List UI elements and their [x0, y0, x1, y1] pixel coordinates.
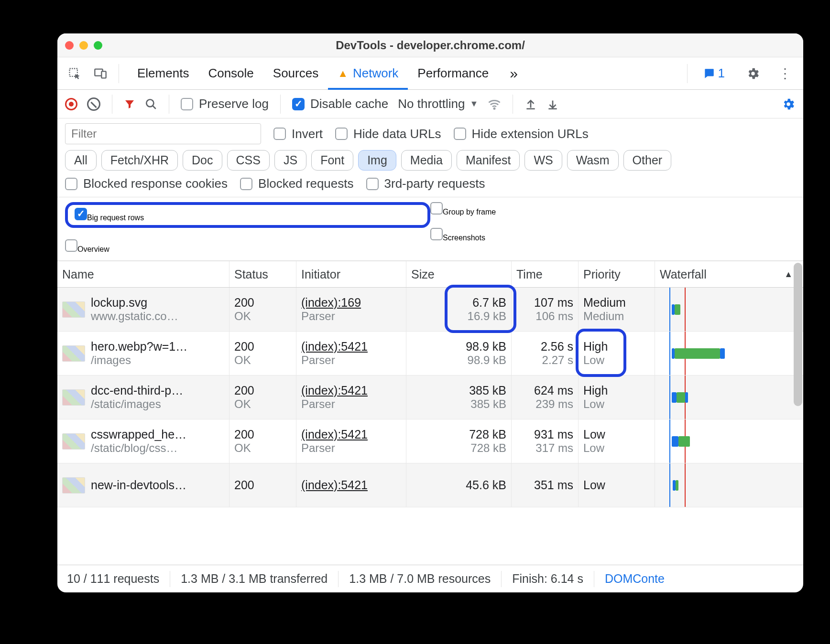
waterfall-bar — [685, 392, 688, 403]
col-time[interactable]: Time — [512, 261, 579, 287]
col-waterfall[interactable]: Waterfall▲ — [655, 261, 803, 287]
tab-label: Performance — [417, 66, 489, 81]
row-initiator[interactable]: (index):5421 — [301, 428, 401, 441]
disable-cache-checkbox[interactable]: Disable cache — [292, 97, 388, 111]
type-pill-img[interactable]: Img — [358, 150, 396, 171]
waterfall-load-line — [685, 463, 686, 507]
more-tabs-icon[interactable]: » — [505, 65, 523, 82]
type-pill-doc[interactable]: Doc — [183, 150, 222, 171]
hide-ext-urls-checkbox[interactable]: Hide extension URLs — [454, 127, 589, 141]
col-status[interactable]: Status — [229, 261, 296, 287]
search-icon[interactable] — [145, 98, 157, 110]
scrollbar-thumb[interactable] — [794, 263, 802, 406]
tab-label: Sources — [273, 66, 318, 81]
hide-data-urls-checkbox[interactable]: Hide data URLs — [335, 127, 441, 141]
device-toolbar-icon[interactable] — [91, 64, 110, 83]
waterfall-dcl-line — [669, 376, 670, 419]
filter-toggle-icon[interactable] — [124, 98, 135, 110]
type-pill-manifest[interactable]: Manifest — [457, 150, 520, 171]
row-initiator[interactable]: (index):5421 — [301, 478, 401, 492]
resource-thumbnail — [62, 301, 85, 318]
table-header: Name Status Initiator Size Time Priority… — [57, 261, 803, 288]
throttling-select[interactable]: No throttling ▼ — [398, 97, 478, 111]
row-priority: Low — [583, 478, 650, 492]
tab-label: Network — [353, 66, 398, 81]
kebab-menu-icon[interactable]: ⋮ — [775, 65, 796, 81]
type-pill-ws[interactable]: WS — [524, 150, 562, 171]
col-priority[interactable]: Priority — [579, 261, 655, 287]
table-row[interactable]: lockup.svgwww.gstatic.co…200OK(index):16… — [57, 288, 803, 332]
type-pill-fetchxhr[interactable]: Fetch/XHR — [101, 150, 178, 171]
network-conditions-icon[interactable] — [488, 97, 501, 111]
col-name[interactable]: Name — [57, 261, 229, 287]
group-by-frame-checkbox[interactable]: Group by frame — [430, 202, 796, 216]
type-pill-media[interactable]: Media — [401, 150, 452, 171]
type-pill-js[interactable]: JS — [274, 150, 306, 171]
view-options: Big request rows Overview Group by frame… — [57, 197, 803, 261]
network-settings-icon[interactable] — [781, 97, 796, 111]
filter-input[interactable] — [65, 123, 261, 144]
checkbox-icon — [430, 228, 443, 240]
tab-elements[interactable]: Elements — [128, 57, 198, 89]
row-latency: 2.27 s — [542, 354, 573, 367]
row-priority-initial: Low — [583, 354, 650, 367]
row-initiator[interactable]: (index):5421 — [301, 384, 401, 397]
tab-network[interactable]: ▲Network — [328, 57, 408, 89]
tab-console[interactable]: Console — [198, 57, 263, 89]
settings-icon[interactable] — [738, 66, 768, 81]
type-pill-font[interactable]: Font — [311, 150, 353, 171]
row-size-uncompressed: 98.9 kB — [468, 354, 506, 367]
table-row[interactable]: hero.webp?w=1…/images200OK(index):5421Pa… — [57, 332, 803, 376]
invert-checkbox[interactable]: Invert — [273, 127, 323, 141]
table-body: lockup.svgwww.gstatic.co…200OK(index):16… — [57, 288, 803, 507]
waterfall-bar — [720, 348, 725, 359]
row-priority: High — [583, 340, 650, 354]
row-initiator[interactable]: (index):169 — [301, 296, 401, 310]
blocked-cookies-label: Blocked response cookies — [83, 176, 228, 191]
type-pill-wasm[interactable]: Wasm — [567, 150, 619, 171]
clear-icon[interactable] — [87, 97, 100, 111]
row-status: 200 — [234, 428, 291, 441]
blocked-requests-checkbox[interactable]: Blocked requests — [240, 176, 353, 191]
inspect-element-icon[interactable] — [65, 64, 84, 83]
tab-sources[interactable]: Sources — [263, 57, 328, 89]
third-party-checkbox[interactable]: 3rd-party requests — [366, 176, 485, 191]
row-path: /images — [91, 354, 187, 367]
row-status: 200 — [234, 340, 291, 354]
row-size: 98.9 kB — [466, 340, 506, 354]
overview-checkbox[interactable]: Overview — [65, 239, 430, 254]
tab-performance[interactable]: Performance — [408, 57, 498, 89]
zoom-icon[interactable] — [94, 41, 102, 50]
checkbox-icon — [454, 128, 466, 140]
export-har-icon[interactable] — [546, 98, 559, 110]
screenshots-label: Screenshots — [443, 234, 485, 242]
row-size-uncompressed: 16.9 kB — [468, 310, 506, 323]
row-size-uncompressed: 728 kB — [470, 441, 506, 455]
table-row[interactable]: dcc-end-third-p…/static/images200OK(inde… — [57, 376, 803, 419]
row-status: 200 — [234, 384, 291, 397]
close-icon[interactable] — [65, 41, 74, 50]
checkbox-icon — [335, 128, 348, 140]
type-pill-other[interactable]: Other — [623, 150, 672, 171]
big-request-rows-checkbox[interactable]: Big request rows — [75, 208, 144, 222]
row-initiator[interactable]: (index):5421 — [301, 340, 401, 354]
checkbox-icon — [65, 178, 77, 190]
type-pill-all[interactable]: All — [65, 150, 97, 171]
screenshots-checkbox[interactable]: Screenshots — [430, 228, 796, 242]
row-priority-initial: Medium — [583, 310, 650, 323]
footer-requests: 10 / 111 requests — [67, 572, 159, 586]
col-initiator[interactable]: Initiator — [296, 261, 406, 287]
col-size[interactable]: Size — [406, 261, 512, 287]
checkbox-icon — [366, 178, 379, 190]
record-icon[interactable] — [65, 98, 77, 110]
table-row[interactable]: csswrapped_he…/static/blog/css…200OK(ind… — [57, 419, 803, 463]
type-pill-css[interactable]: CSS — [227, 150, 270, 171]
main-tabs: ElementsConsoleSources▲NetworkPerformanc… — [57, 57, 803, 90]
issues-count: 1 — [718, 66, 725, 81]
table-row[interactable]: new-in-devtools…200(index):542145.6 kB35… — [57, 463, 803, 507]
import-har-icon[interactable] — [524, 98, 537, 110]
issues-button[interactable]: 1 — [696, 66, 732, 81]
minimize-icon[interactable] — [79, 41, 88, 50]
preserve-log-checkbox[interactable]: Preserve log — [181, 97, 269, 111]
blocked-cookies-checkbox[interactable]: Blocked response cookies — [65, 176, 228, 191]
